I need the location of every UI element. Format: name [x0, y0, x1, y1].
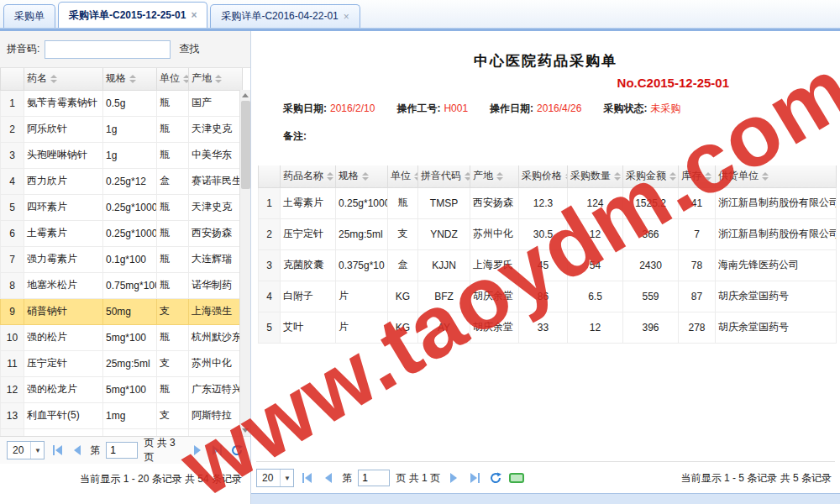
sort-icon[interactable]	[183, 75, 189, 83]
tab-detail-c2016-04-22-01[interactable]: 采购详单-C2016-04-22-01 ×	[210, 4, 360, 28]
table-cell: 诺华制药	[189, 272, 243, 298]
scroll-up-icon[interactable]	[242, 93, 249, 97]
last-page-button[interactable]	[467, 470, 482, 486]
column-header-label: 采购金额	[626, 170, 666, 181]
table-row[interactable]: 3克菌胶囊0.375g*10盒KJJN上海罗氏4554243078海南先锋医药公…	[259, 249, 837, 281]
sort-icon[interactable]	[327, 172, 333, 181]
first-page-button[interactable]	[300, 470, 315, 486]
sort-icon[interactable]	[414, 172, 418, 181]
last-page-button[interactable]	[210, 443, 223, 458]
table-row[interactable]: 5四环素片0.25g*1000瓶天津史克	[1, 194, 243, 220]
table-cell: 支	[388, 218, 418, 249]
order-detail-grid: 药品名称规格单位拼音代码产地采购价格采购数量采购金额库存供货单位1土霉素片0.2…	[258, 165, 837, 344]
table-cell: 支	[157, 298, 189, 324]
tab-label: 采购详单-C2016-04-22-01	[221, 9, 338, 24]
column-header[interactable]: 库存	[679, 165, 716, 187]
sort-icon[interactable]	[614, 172, 621, 181]
sort-icon[interactable]	[362, 172, 369, 181]
sort-icon[interactable]	[705, 172, 711, 181]
table-row[interactable]: 2压宁定针25mg:5ml支YNDZ苏州中化30.5123667浙江新昌制药股份…	[259, 218, 837, 249]
table-cell: 广东迈特兴华	[189, 376, 243, 402]
column-header[interactable]: 规格	[103, 68, 157, 90]
table-row[interactable]: 13利血平针(5)1mg支阿斯特拉	[1, 402, 243, 428]
next-page-button[interactable]	[446, 470, 461, 486]
sort-icon[interactable]	[129, 75, 136, 83]
column-header[interactable]: 单位	[388, 165, 418, 187]
table-row[interactable]: 4白附子片KGBFZ胡庆余堂866.555987胡庆余堂国药号	[259, 281, 837, 312]
sort-icon[interactable]	[50, 75, 57, 83]
table-cell: 强的松片	[24, 324, 103, 350]
row-number-cell: 14	[1, 428, 24, 436]
table-cell: 上海强生	[189, 298, 243, 324]
column-header[interactable]: 药名	[24, 68, 103, 90]
table-row[interactable]: 9硝普钠针50mg支上海强生	[1, 298, 243, 324]
sort-icon[interactable]	[215, 75, 222, 83]
export-icon[interactable]	[509, 473, 524, 483]
close-icon[interactable]: ×	[191, 10, 197, 20]
column-header[interactable]: 采购数量	[568, 165, 623, 187]
table-row[interactable]: 11压宁定针25mg:5ml支苏州中化	[1, 350, 243, 376]
scrollbar-thumb[interactable]	[241, 101, 250, 189]
sort-icon[interactable]	[762, 172, 769, 181]
page-size-select[interactable]: 20 ▼	[256, 469, 294, 487]
column-header[interactable]: 规格	[336, 165, 388, 187]
scroll-down-icon[interactable]	[242, 428, 249, 433]
column-header-label: 单位	[160, 72, 180, 84]
table-row[interactable]: 12强的松龙片5mg*100瓶广东迈特兴华	[1, 376, 243, 402]
page-size-select[interactable]: 20 ▼	[7, 441, 45, 459]
sort-icon[interactable]	[496, 172, 503, 181]
table-row[interactable]: 7强力霉素片0.1g*100瓶大连辉瑞	[1, 246, 243, 272]
table-cell: 瓶	[157, 220, 189, 246]
table-cell: 0.25g*1000	[103, 194, 157, 220]
column-header[interactable]: 拼音代码	[418, 165, 470, 187]
column-header[interactable]: 药品名称	[281, 165, 336, 187]
table-cell: 0.375g*10	[336, 249, 388, 281]
table-cell: 胡庆余堂国药号	[716, 312, 837, 343]
table-cell: 瓶	[157, 272, 189, 298]
table-cell: 强力霉素片	[24, 246, 103, 272]
next-page-button[interactable]	[191, 443, 204, 458]
table-cell: 瓶	[157, 246, 189, 272]
table-row[interactable]: 5艾叶片KGAY胡庆余堂3312396278胡庆余堂国药号	[259, 312, 837, 343]
column-header[interactable]: 产地	[189, 68, 243, 90]
first-page-button[interactable]	[50, 443, 64, 458]
column-header[interactable]: 供货单位	[716, 165, 837, 187]
search-button[interactable]: 查找	[176, 40, 202, 58]
table-cell: 白附子	[281, 281, 336, 312]
order-number: No.C2015-12-25-01	[251, 76, 729, 90]
table-cell: 396	[623, 312, 679, 343]
table-cell: 0.5g	[103, 90, 157, 116]
table-row[interactable]: 10强的松片5mg*100瓶杭州默沙东	[1, 324, 243, 350]
prev-page-button[interactable]	[71, 443, 84, 458]
prev-page-button[interactable]	[321, 470, 336, 486]
table-cell: 0.75mg*100	[103, 272, 157, 298]
sort-icon[interactable]	[669, 172, 676, 181]
column-header[interactable]: 采购金额	[623, 165, 679, 187]
tab-purchase-orders[interactable]: 采购单	[3, 4, 55, 28]
column-header[interactable]: 采购价格	[519, 165, 568, 187]
sort-icon[interactable]	[465, 172, 470, 181]
table-row[interactable]: 4西力欣片0.25g*12盒赛诺菲民生	[1, 168, 243, 194]
refresh-icon[interactable]	[230, 443, 244, 458]
page-number-input[interactable]	[358, 470, 390, 486]
table-cell: KG	[388, 312, 418, 343]
tab-detail-c2015-12-25-01[interactable]: 采购详单-C2015-12-25-01 ×	[58, 2, 207, 28]
table-row[interactable]: 6土霉素片0.25g*1000瓶西安扬森	[1, 220, 243, 246]
table-row[interactable]: 8地塞米松片0.75mg*100瓶诺华制药	[1, 272, 243, 298]
column-header[interactable]: 产地	[470, 165, 519, 187]
table-row[interactable]: 1氨苄青霉素钠针0.5g瓶国产	[1, 90, 243, 116]
vertical-scrollbar[interactable]	[239, 90, 250, 436]
pinyin-code-input[interactable]	[45, 40, 171, 59]
row-number-cell: 13	[1, 402, 24, 428]
refresh-icon[interactable]	[488, 470, 503, 486]
column-header-label: 拼音代码	[421, 170, 461, 181]
page-number-input[interactable]	[106, 442, 138, 459]
horizontal-scrollbar[interactable]	[251, 493, 840, 504]
table-row[interactable]: 14络活喜片0.005g*100盒华瑞	[1, 428, 243, 436]
close-icon[interactable]: ×	[344, 12, 349, 22]
table-row[interactable]: 1土霉素片0.25g*1000瓶TMSP西安扬森12.31241525.241浙…	[259, 187, 837, 218]
table-row[interactable]: 3头孢唑啉钠针1g瓶中美华东	[1, 142, 243, 168]
drug-list-table: 药名规格单位产地1氨苄青霉素钠针0.5g瓶国产2阿乐欣针1g瓶天津史克3头孢唑啉…	[0, 68, 243, 436]
table-row[interactable]: 2阿乐欣针1g瓶天津史克	[1, 116, 243, 142]
column-header[interactable]: 单位	[157, 68, 189, 90]
